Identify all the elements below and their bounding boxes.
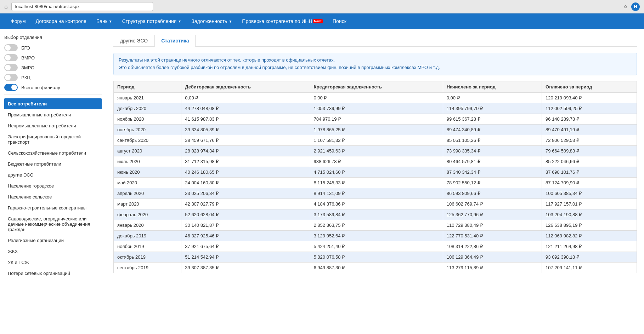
sidebar-item[interactable]: Гаражно-строительные кооперативы — [4, 202, 102, 213]
table-cell: 99 615 367,28 ₽ — [443, 114, 542, 124]
toggle-row-змро: ЗМРО — [4, 64, 102, 71]
info-line: Это объясняется более глубокой разбивкой… — [119, 64, 632, 71]
table-cell: 1 978 865,25 ₽ — [310, 124, 443, 135]
toggle-row-всего_по_филиалу: Всего по филиалу — [4, 84, 102, 91]
table-cell: 38 459 671,76 ₽ — [181, 135, 310, 145]
table-row: ноябрь 201937 921 675,64 ₽5 424 251,40 ₽… — [114, 241, 637, 252]
toggle-label: РКЦ — [21, 75, 30, 80]
toggle-label: ВМРО — [21, 55, 35, 61]
table-cell: 2 921 459,63 ₽ — [310, 145, 443, 156]
nav-contractor-check[interactable]: Проверка контрагента по ИНН New! — [237, 13, 328, 29]
sidebar-item[interactable]: Потери сетевых организаций — [4, 268, 102, 279]
column-header: Оплачено за период — [542, 81, 637, 92]
sidebar-menu: Все потребителиПромышленные потребителиН… — [4, 98, 102, 279]
sidebar-item[interactable]: Электрифицированный городской транспорт — [4, 131, 102, 148]
url-bar[interactable]: localhost:8080/main/otrasl.aspx — [11, 2, 153, 11]
table-cell: апрель 2020 — [114, 188, 181, 198]
table-body: январь 20210,00 ₽0,00 ₽0,00 ₽120 219 093… — [114, 92, 637, 273]
sidebar-divider — [4, 94, 102, 95]
tab-статистика[interactable]: Статистика — [154, 35, 196, 47]
user-icon[interactable]: H — [631, 2, 640, 11]
table-cell: 51 214 542,94 ₽ — [181, 252, 310, 262]
nav-debt-btn[interactable]: Задолженность ▼ — [186, 13, 237, 29]
table-cell: 121 211 264,98 ₽ — [542, 241, 637, 252]
table-row: ноябрь 202041 615 987,83 ₽784 970,19 ₽99… — [114, 114, 637, 124]
table-cell: 41 615 987,83 ₽ — [181, 114, 310, 124]
table-cell: 5 820 076,58 ₽ — [310, 252, 443, 262]
table-cell: 112 002 509,25 ₽ — [542, 103, 637, 114]
table-cell: декабрь 2019 — [114, 230, 181, 241]
toggle-label: Всего по филиалу — [21, 85, 60, 90]
table-cell: 87 124 709,90 ₽ — [542, 177, 637, 188]
home-icon[interactable]: ⌂ — [4, 4, 8, 10]
table-cell: 79 664 509,83 ₽ — [542, 145, 637, 156]
structure-caret-icon: ▼ — [178, 19, 181, 23]
browser-actions: ☆ H — [623, 2, 640, 11]
sidebar-item[interactable]: Все потребители — [4, 98, 102, 109]
table-cell: 110 729 380,49 ₽ — [443, 220, 542, 230]
info-box: Результаты на этой странице немного отли… — [113, 53, 637, 75]
table-cell: 4 184 376,86 ₽ — [310, 198, 443, 209]
sidebar-item[interactable]: Непромышленные потребители — [4, 120, 102, 131]
table-row: май 202024 004 160,80 ₽8 115 245,33 ₽78 … — [114, 177, 637, 188]
toggle-змро[interactable] — [4, 64, 18, 71]
table-cell: 0,00 ₽ — [443, 92, 542, 103]
table-cell: 4 715 024,60 ₽ — [310, 167, 443, 177]
nav-search[interactable]: Поиск — [328, 13, 351, 29]
table-row: октябрь 202039 334 805,39 ₽1 978 865,25 … — [114, 124, 637, 135]
nav-bank-dropdown[interactable]: Банк ▼ — [91, 13, 117, 29]
nav-bank-btn[interactable]: Банк ▼ — [91, 13, 117, 29]
table-cell: октябрь 2019 — [114, 252, 181, 262]
table-cell: 100 605 385,34 ₽ — [542, 188, 637, 198]
nav-forum[interactable]: Форум — [6, 13, 31, 29]
toggle-label: ЗМРО — [21, 65, 34, 70]
nav-structure-dropdown[interactable]: Структура потребления ▼ — [117, 13, 187, 29]
nav-debt-dropdown[interactable]: Задолженность ▼ — [186, 13, 237, 29]
table-cell: 89 474 340,89 ₽ — [443, 124, 542, 135]
sidebar-item[interactable]: УК и ТСЖ — [4, 257, 102, 268]
table-cell: январь 2020 — [114, 220, 181, 230]
table-cell: 3 173 589,84 ₽ — [310, 209, 443, 220]
table-cell: 114 395 799,70 ₽ — [443, 103, 542, 114]
table-cell: 40 246 180,65 ₽ — [181, 167, 310, 177]
table-cell: 30 140 821,87 ₽ — [181, 220, 310, 230]
toggle-бго[interactable] — [4, 44, 18, 51]
table-cell: 0,00 ₽ — [310, 92, 443, 103]
table-cell: 5 424 251,40 ₽ — [310, 241, 443, 252]
sidebar-item[interactable]: Бюджетные потребители — [4, 159, 102, 169]
nav-structure-btn[interactable]: Структура потребления ▼ — [117, 13, 187, 29]
sidebar-item[interactable]: Сельскохозяйственные потребители — [4, 148, 102, 159]
table-header: ПериодДебиторская задолженностьКредиторс… — [114, 81, 637, 92]
table-cell: 0,00 ₽ — [181, 92, 310, 103]
table-cell: 42 307 027,79 ₽ — [181, 198, 310, 209]
tab-другие_эсо[interactable]: другие ЭСО — [113, 35, 154, 47]
sidebar-item[interactable]: Промышленные потребители — [4, 109, 102, 120]
table-cell: 122 770 531,40 ₽ — [443, 230, 542, 241]
toggle-row-ркц: РКЦ — [4, 74, 102, 81]
table-cell: июнь 2020 — [114, 167, 181, 177]
table-cell: 87 698 101,76 ₽ — [542, 167, 637, 177]
statistics-table: ПериодДебиторская задолженностьКредиторс… — [113, 81, 637, 273]
toggle-list: БГОВМРОЗМРОРКЦВсего по филиалу — [4, 44, 102, 91]
sidebar-item[interactable]: Садоводческие, огороднические или дачные… — [4, 213, 102, 235]
table-cell: 103 204 190,88 ₽ — [542, 209, 637, 220]
table-cell: 1 107 581,32 ₽ — [310, 135, 443, 145]
table-cell: 89 470 491,19 ₽ — [542, 124, 637, 135]
sidebar-item[interactable]: ЖКХ — [4, 246, 102, 257]
sidebar-item[interactable]: Население городское — [4, 180, 102, 191]
sidebar-item[interactable]: Религиозные организации — [4, 235, 102, 246]
table-row: сентябрь 201939 307 387,35 ₽6 949 887,30… — [114, 262, 637, 273]
toggle-ркц[interactable] — [4, 74, 18, 81]
table-row: февраль 202052 620 628,04 ₽3 173 589,84 … — [114, 209, 637, 220]
table-cell: 46 327 925,46 ₽ — [181, 230, 310, 241]
table-cell: август 2020 — [114, 145, 181, 156]
sidebar-item[interactable]: Население сельское — [4, 191, 102, 202]
nav-contracts[interactable]: Договора на контроле — [31, 13, 91, 29]
toggle-всего_по_филиалу[interactable] — [4, 84, 18, 91]
table-row: январь 20210,00 ₽0,00 ₽0,00 ₽120 219 093… — [114, 92, 637, 103]
table-cell: 106 602 769,74 ₽ — [443, 198, 542, 209]
sidebar-item[interactable]: другие ЭСО — [4, 169, 102, 180]
toggle-вмро[interactable] — [4, 54, 18, 61]
table-cell: 6 949 887,30 ₽ — [310, 262, 443, 273]
star-icon[interactable]: ☆ — [623, 4, 628, 9]
